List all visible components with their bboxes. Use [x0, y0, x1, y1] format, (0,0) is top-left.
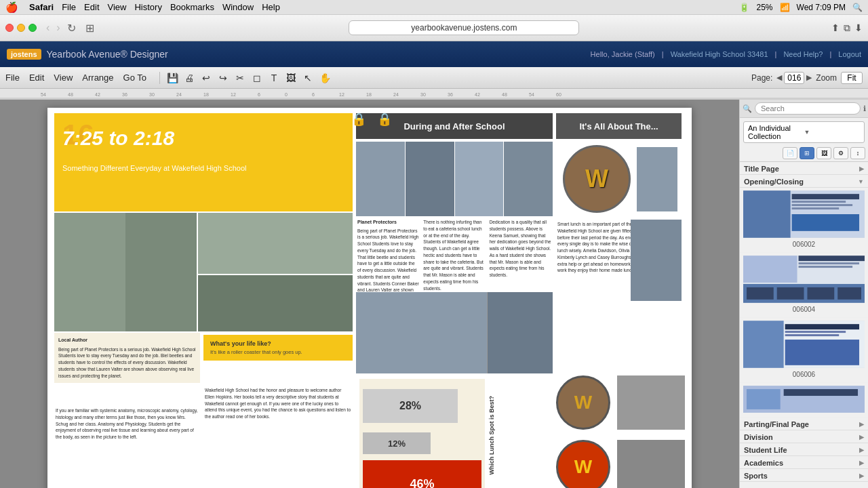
tab-format[interactable]: ⚙ [833, 147, 848, 159]
chevron-icon-4: ▶ [859, 434, 864, 441]
hand-icon[interactable]: ✋ [317, 70, 332, 85]
traffic-lights [5, 24, 37, 32]
bookmarks-menu[interactable]: Bookmarks [170, 2, 214, 12]
maximize-button[interactable] [28, 24, 37, 32]
new-tab-button[interactable]: ⊞ [83, 20, 97, 36]
tab-view-button[interactable]: ⧉ [844, 22, 850, 34]
need-help-link[interactable]: Need Help? [783, 50, 823, 58]
back-button[interactable]: ‹ [43, 20, 52, 36]
undo-icon[interactable]: ↩ [199, 70, 214, 85]
address-bar[interactable]: yearbookavenue.jostens.com [349, 20, 579, 35]
section-header-parting[interactable]: Parting/Final Page ▶ [740, 418, 868, 430]
pie-visual: 28% 12% 46% 14% [359, 379, 485, 488]
battery-icon: 🔋 [739, 3, 749, 12]
window-menu[interactable]: Window [222, 2, 254, 12]
help-menu[interactable]: Help [262, 2, 280, 12]
design-item-006006[interactable]: 006006 [740, 318, 868, 383]
section-header-title-page[interactable]: Title Page ▶ [740, 162, 868, 175]
design-code-006006: 006006 [743, 369, 865, 380]
refresh-button[interactable]: ↻ [64, 20, 79, 36]
lock-icon-right: 🔒 [377, 112, 392, 127]
page-nav: ◀ ▶ [776, 72, 812, 84]
edit-menu[interactable]: Edit [84, 2, 99, 12]
panel-toolbar: 🔍 ℹ [740, 100, 868, 118]
it-all-header-text: It's All About The... [579, 121, 658, 131]
zoom-label: Zoom [816, 73, 837, 83]
designs-panel[interactable]: Title Page ▶ Opening/Closing ▼ [740, 162, 868, 488]
prev-page-btn[interactable]: ◀ [776, 73, 782, 82]
text-icon[interactable]: T [267, 70, 281, 85]
save-icon[interactable]: 💾 [165, 70, 180, 85]
design-preview-006002 [743, 190, 865, 238]
chevron-icon-3: ▶ [859, 421, 864, 428]
left-photo-3 [198, 275, 353, 331]
share-button[interactable]: ⬆ [831, 22, 840, 34]
photo-icon[interactable]: 🖼 [283, 70, 298, 85]
history-menu[interactable]: History [134, 2, 161, 12]
search-icon[interactable]: 🔍 [852, 3, 863, 12]
menu-arrange[interactable]: Arrange [82, 73, 113, 83]
section-header-sports[interactable]: Sports ▶ [740, 469, 868, 482]
collection-dropdown[interactable]: An Individual Collection ▼ [743, 121, 865, 143]
next-page-btn[interactable]: ▶ [806, 73, 812, 82]
apple-menu[interactable]: 🍎 [5, 1, 18, 14]
safari-menu[interactable]: Safari [29, 2, 54, 12]
left-yellow-header: 16 7:25 to 2:18 Something Different Ever… [54, 113, 353, 211]
forward-button[interactable]: › [54, 20, 62, 36]
menu-view[interactable]: View [54, 73, 73, 83]
svg-text:0: 0 [285, 92, 288, 97]
section-header-opening[interactable]: Opening/Closing ▼ [740, 175, 868, 188]
tab-pages[interactable]: 📄 [783, 147, 797, 159]
division-label: Division [744, 433, 773, 441]
svg-rect-48 [784, 389, 858, 396]
svg-rect-42 [785, 331, 846, 333]
svg-text:12: 12 [339, 92, 344, 97]
menu-file[interactable]: File [5, 73, 20, 83]
right-content-side [637, 145, 677, 213]
view-menu[interactable]: View [108, 2, 127, 12]
section-header-division[interactable]: Division ▶ [740, 430, 868, 443]
design-code-006004: 006004 [743, 304, 865, 314]
file-menu[interactable]: File [62, 2, 76, 12]
menu-edit[interactable]: Edit [29, 73, 44, 83]
svg-rect-43 [785, 334, 840, 336]
app-header-right: Hello, Jackie (Staff) | Wakefield High S… [591, 50, 861, 58]
print-icon[interactable]: 🖨 [182, 70, 197, 85]
tab-flow[interactable]: ↕ [850, 147, 865, 159]
design-item-006004[interactable]: 006004 [740, 253, 868, 318]
svg-rect-23 [743, 190, 791, 238]
tab-designs[interactable]: ⊞ [800, 147, 814, 159]
select-icon[interactable]: ◻ [250, 70, 264, 85]
design-item-006002[interactable]: 006002 [740, 188, 868, 253]
svg-rect-40 [743, 321, 784, 368]
zoom-input[interactable] [841, 72, 863, 84]
panel-search-input[interactable] [755, 102, 861, 115]
svg-rect-35 [747, 287, 774, 300]
logout-link[interactable]: Logout [838, 50, 861, 58]
tab-images[interactable]: 🖼 [816, 147, 831, 159]
svg-text:42: 42 [475, 92, 480, 97]
menu-goto[interactable]: Go To [123, 73, 146, 83]
side-photo-2 [631, 220, 682, 301]
section-header-academics[interactable]: Academics ▶ [740, 456, 868, 469]
school-link[interactable]: Wakefield High School 33481 [671, 50, 768, 58]
cursor-icon[interactable]: ↖ [300, 70, 315, 85]
svg-rect-31 [799, 256, 865, 261]
info-icon[interactable]: ℹ [863, 104, 866, 113]
page-subtitle: Something Different Everyday at Wakefiel… [62, 164, 246, 172]
design-item-next[interactable] [740, 383, 868, 418]
close-button[interactable] [5, 24, 14, 32]
page-input[interactable] [784, 72, 804, 84]
minimize-button[interactable] [17, 24, 25, 32]
svg-rect-44 [785, 340, 859, 365]
page-label: Page: [751, 73, 772, 83]
left-article-1: Local Author Being part of Planet Protec… [54, 333, 200, 383]
section-header-student-life[interactable]: Student Life ▶ [740, 443, 868, 456]
crop-icon[interactable]: ✂ [233, 70, 248, 85]
w-logo-circle-1: W [563, 145, 631, 213]
extensions-button[interactable]: ⬇ [854, 22, 863, 34]
redo-icon[interactable]: ↪ [216, 70, 231, 85]
app-toolbar: File Edit View Arrange Go To 💾 🖨 ↩ ↪ ✂ ◻… [0, 67, 868, 89]
battery-percent: 25% [756, 3, 772, 12]
canvas-area: 🔒 🔒 16 7:25 to 2:18 Something Different … [0, 100, 739, 488]
